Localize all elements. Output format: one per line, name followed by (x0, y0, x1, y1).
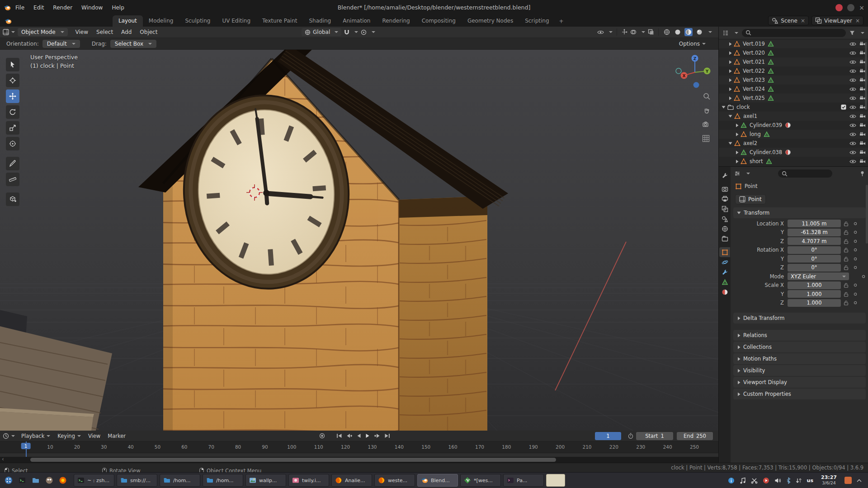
tool-select-box[interactable] (6, 58, 19, 71)
taskbar-app--hom-[interactable]: /hom... (203, 474, 243, 487)
taskbar-app--zsh-[interactable]: ~ : zsh... (74, 474, 114, 487)
workspace-tab-rendering[interactable]: Rendering (376, 15, 415, 27)
panel-relations[interactable]: Relations (733, 330, 866, 341)
taskbar-app-weste-[interactable]: weste... (374, 474, 415, 487)
tray-expand-icon[interactable] (857, 479, 862, 482)
launcher-browser-icon[interactable] (57, 474, 69, 486)
filter-icon[interactable] (849, 30, 855, 36)
taskbar-app--wes-[interactable]: *[wes... (460, 474, 501, 487)
workspace-tab-compositing[interactable]: Compositing (416, 15, 462, 27)
value-field[interactable]: 1.000 (788, 282, 841, 289)
workspace-tab-shading[interactable]: Shading (303, 15, 337, 27)
hide-viewport-eye-icon[interactable] (849, 141, 856, 146)
animate-dot-icon[interactable] (862, 275, 865, 278)
launcher-file-manager-icon[interactable] (30, 474, 42, 486)
scene-selector[interactable]: Scene × (768, 16, 809, 25)
animate-dot-icon[interactable] (854, 248, 857, 252)
taskbar-app-smb-[interactable]: smb://... (117, 474, 157, 487)
workspace-tab-layout[interactable]: Layout (113, 15, 143, 27)
properties-editor-icon[interactable] (734, 170, 741, 177)
chevron-right-icon[interactable] (728, 78, 732, 82)
outliner-row[interactable]: Vert.020 (719, 48, 868, 57)
properties-tab-scene[interactable] (719, 214, 730, 224)
menu-window[interactable]: Window (77, 3, 107, 12)
hide-viewport-eye-icon[interactable] (849, 114, 856, 119)
tray-volume-icon[interactable] (774, 478, 781, 483)
outliner-row[interactable]: long (719, 130, 868, 139)
previous-keyframe-icon[interactable] (346, 433, 353, 438)
animate-dot-icon[interactable] (854, 230, 857, 234)
launcher-gimp-icon[interactable] (43, 474, 55, 486)
menu-render[interactable]: Render (48, 3, 77, 12)
outliner-row[interactable]: axel1 (719, 112, 868, 121)
updates-icon[interactable] (844, 477, 852, 484)
hide-viewport-eye-icon[interactable] (849, 105, 856, 110)
chevron-right-icon[interactable] (735, 160, 739, 164)
properties-tab-world[interactable] (719, 224, 730, 234)
hide-viewport-eye-icon[interactable] (849, 159, 856, 164)
jump-to-end-icon[interactable] (384, 433, 390, 438)
viewport-scene[interactable]: Z X Y (0, 50, 718, 431)
taskbar-app-analie-[interactable]: Analie... (331, 474, 372, 487)
blender-logo-icon[interactable] (4, 4, 11, 11)
timeline-menu-playback[interactable]: Playback (18, 432, 54, 440)
outliner-row[interactable]: Vert.024 (719, 84, 868, 94)
viewport-menu-select[interactable]: Select (92, 28, 117, 37)
outliner-row[interactable]: Cylinder.039 (719, 121, 868, 130)
properties-tab-physics[interactable] (719, 257, 730, 267)
taskbar-app-notes[interactable] (546, 474, 565, 487)
outliner-row[interactable]: Cylinder.038 (719, 148, 868, 157)
chevron-right-icon[interactable] (728, 87, 732, 91)
delta-transform-panel-header[interactable]: Delta Transform (733, 313, 866, 324)
launcher-terminal-icon[interactable] (16, 474, 28, 486)
disable-render-camera-icon[interactable] (859, 150, 866, 155)
lock-icon[interactable] (844, 247, 849, 253)
timeline-menu-marker[interactable]: Marker (104, 432, 129, 440)
workspace-tab-animation[interactable]: Animation (337, 15, 376, 27)
tool-measure[interactable] (6, 173, 19, 186)
outliner-row[interactable]: Vert.023 (719, 75, 868, 84)
workspace-tab-scripting[interactable]: Scripting (519, 15, 555, 27)
hide-viewport-eye-icon[interactable] (849, 69, 856, 74)
properties-tab-output[interactable] (719, 194, 730, 204)
properties-tab-tool[interactable] (719, 170, 730, 180)
taskbar-app-twily-i-[interactable]: twily.i... (288, 474, 329, 487)
unlink-scene-icon[interactable]: × (800, 18, 805, 24)
options-dropdown[interactable]: Options (679, 41, 706, 47)
xray-toggle-icon[interactable] (648, 29, 654, 35)
editor-type-icon[interactable] (3, 29, 9, 35)
add-workspace-button[interactable]: + (555, 16, 568, 27)
timeline-menu-view[interactable]: View (85, 432, 104, 440)
overlays-toggle-icon[interactable] (630, 29, 637, 35)
chevron-right-icon[interactable] (735, 132, 739, 136)
value-field[interactable]: 1.000 (788, 299, 841, 307)
mode-select[interactable]: XYZ Euler (788, 272, 849, 280)
tool-transform[interactable] (6, 137, 19, 150)
outliner-scrollbar[interactable] (865, 42, 867, 110)
chevron-right-icon[interactable] (728, 42, 732, 46)
disable-render-camera-icon[interactable] (859, 132, 866, 137)
timeline-ruler[interactable]: 1 10203040506070809010011012013014015016… (0, 441, 718, 453)
chevron-right-icon[interactable] (728, 69, 732, 73)
hide-viewport-eye-icon[interactable] (849, 150, 856, 155)
properties-tab-render[interactable] (719, 184, 730, 194)
stopwatch-icon[interactable] (628, 433, 633, 439)
viewport-3d[interactable]: Z X Y (0, 50, 718, 431)
panel-visibility[interactable]: Visibility (733, 365, 866, 376)
end-frame-field[interactable]: End 250 (677, 432, 713, 440)
orientation-dropdown[interactable]: Default (42, 40, 80, 48)
value-field[interactable]: 11.005 m (788, 220, 841, 227)
shading-rendered-button[interactable] (695, 28, 703, 36)
shading-material-button[interactable] (684, 28, 693, 36)
launcher-app-menu-icon[interactable] (3, 474, 14, 486)
disable-render-camera-icon[interactable] (859, 159, 866, 164)
current-frame-field[interactable]: 1 (595, 432, 621, 440)
tray-record-icon[interactable] (763, 477, 769, 484)
proportional-editing-icon[interactable] (361, 29, 367, 35)
workspace-tab-modeling[interactable]: Modeling (143, 15, 179, 27)
animate-dot-icon[interactable] (854, 292, 857, 296)
workspace-tab-texture-paint[interactable]: Texture Paint (256, 15, 303, 27)
transform-panel-header[interactable]: Transform (733, 207, 866, 218)
timeline-scrollbar[interactable] (30, 458, 556, 462)
lock-icon[interactable] (844, 291, 849, 297)
